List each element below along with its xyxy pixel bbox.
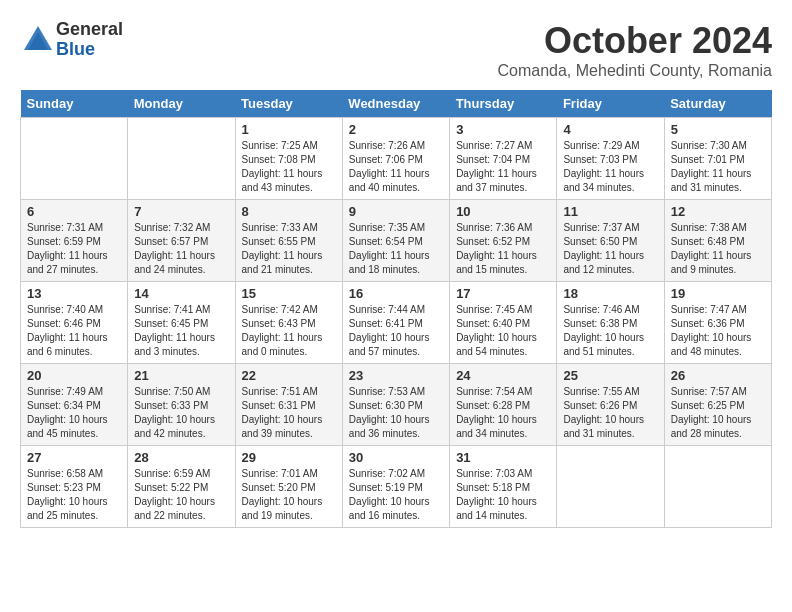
day-number: 19 (671, 286, 765, 301)
day-info: Sunrise: 7:40 AMSunset: 6:46 PMDaylight:… (27, 303, 121, 359)
calendar-day-cell: 26Sunrise: 7:57 AMSunset: 6:25 PMDayligh… (664, 364, 771, 446)
calendar-day-cell: 1Sunrise: 7:25 AMSunset: 7:08 PMDaylight… (235, 118, 342, 200)
day-number: 16 (349, 286, 443, 301)
calendar-day-cell: 25Sunrise: 7:55 AMSunset: 6:26 PMDayligh… (557, 364, 664, 446)
day-info: Sunrise: 7:02 AMSunset: 5:19 PMDaylight:… (349, 467, 443, 523)
day-number: 11 (563, 204, 657, 219)
calendar-header-day: Friday (557, 90, 664, 118)
calendar-day-cell: 15Sunrise: 7:42 AMSunset: 6:43 PMDayligh… (235, 282, 342, 364)
day-info: Sunrise: 7:03 AMSunset: 5:18 PMDaylight:… (456, 467, 550, 523)
calendar-header-day: Saturday (664, 90, 771, 118)
calendar-day-cell: 23Sunrise: 7:53 AMSunset: 6:30 PMDayligh… (342, 364, 449, 446)
calendar-header-day: Sunday (21, 90, 128, 118)
calendar-day-cell: 9Sunrise: 7:35 AMSunset: 6:54 PMDaylight… (342, 200, 449, 282)
calendar-day-cell: 13Sunrise: 7:40 AMSunset: 6:46 PMDayligh… (21, 282, 128, 364)
day-info: Sunrise: 7:35 AMSunset: 6:54 PMDaylight:… (349, 221, 443, 277)
calendar-day-cell: 29Sunrise: 7:01 AMSunset: 5:20 PMDayligh… (235, 446, 342, 528)
day-info: Sunrise: 7:54 AMSunset: 6:28 PMDaylight:… (456, 385, 550, 441)
calendar-day-cell: 30Sunrise: 7:02 AMSunset: 5:19 PMDayligh… (342, 446, 449, 528)
calendar-week-row: 20Sunrise: 7:49 AMSunset: 6:34 PMDayligh… (21, 364, 772, 446)
calendar-day-cell: 16Sunrise: 7:44 AMSunset: 6:41 PMDayligh… (342, 282, 449, 364)
day-number: 10 (456, 204, 550, 219)
day-number: 24 (456, 368, 550, 383)
logo-general-text: General (56, 20, 123, 40)
day-number: 3 (456, 122, 550, 137)
day-number: 7 (134, 204, 228, 219)
calendar-header-day: Monday (128, 90, 235, 118)
calendar-week-row: 27Sunrise: 6:58 AMSunset: 5:23 PMDayligh… (21, 446, 772, 528)
calendar-day-cell: 17Sunrise: 7:45 AMSunset: 6:40 PMDayligh… (450, 282, 557, 364)
calendar-day-cell: 28Sunrise: 6:59 AMSunset: 5:22 PMDayligh… (128, 446, 235, 528)
day-number: 26 (671, 368, 765, 383)
day-info: Sunrise: 7:32 AMSunset: 6:57 PMDaylight:… (134, 221, 228, 277)
calendar-day-cell (128, 118, 235, 200)
day-info: Sunrise: 7:31 AMSunset: 6:59 PMDaylight:… (27, 221, 121, 277)
header: General Blue October 2024 Comanda, Mehed… (20, 20, 772, 80)
day-info: Sunrise: 7:36 AMSunset: 6:52 PMDaylight:… (456, 221, 550, 277)
day-info: Sunrise: 6:58 AMSunset: 5:23 PMDaylight:… (27, 467, 121, 523)
day-number: 23 (349, 368, 443, 383)
day-number: 18 (563, 286, 657, 301)
day-number: 30 (349, 450, 443, 465)
location: Comanda, Mehedinti County, Romania (497, 62, 772, 80)
calendar-day-cell: 4Sunrise: 7:29 AMSunset: 7:03 PMDaylight… (557, 118, 664, 200)
month-title: October 2024 (497, 20, 772, 62)
day-info: Sunrise: 7:49 AMSunset: 6:34 PMDaylight:… (27, 385, 121, 441)
day-number: 15 (242, 286, 336, 301)
calendar-day-cell: 12Sunrise: 7:38 AMSunset: 6:48 PMDayligh… (664, 200, 771, 282)
day-info: Sunrise: 7:47 AMSunset: 6:36 PMDaylight:… (671, 303, 765, 359)
day-info: Sunrise: 7:29 AMSunset: 7:03 PMDaylight:… (563, 139, 657, 195)
calendar-day-cell: 6Sunrise: 7:31 AMSunset: 6:59 PMDaylight… (21, 200, 128, 282)
calendar-day-cell: 11Sunrise: 7:37 AMSunset: 6:50 PMDayligh… (557, 200, 664, 282)
day-number: 1 (242, 122, 336, 137)
day-info: Sunrise: 7:38 AMSunset: 6:48 PMDaylight:… (671, 221, 765, 277)
calendar-day-cell (21, 118, 128, 200)
calendar-day-cell: 22Sunrise: 7:51 AMSunset: 6:31 PMDayligh… (235, 364, 342, 446)
logo-icon (20, 22, 56, 58)
day-number: 12 (671, 204, 765, 219)
day-number: 29 (242, 450, 336, 465)
day-info: Sunrise: 7:27 AMSunset: 7:04 PMDaylight:… (456, 139, 550, 195)
day-info: Sunrise: 7:50 AMSunset: 6:33 PMDaylight:… (134, 385, 228, 441)
day-info: Sunrise: 7:45 AMSunset: 6:40 PMDaylight:… (456, 303, 550, 359)
calendar-day-cell: 10Sunrise: 7:36 AMSunset: 6:52 PMDayligh… (450, 200, 557, 282)
calendar-week-row: 6Sunrise: 7:31 AMSunset: 6:59 PMDaylight… (21, 200, 772, 282)
day-info: Sunrise: 7:44 AMSunset: 6:41 PMDaylight:… (349, 303, 443, 359)
calendar-header-day: Wednesday (342, 90, 449, 118)
logo-blue-text: Blue (56, 40, 123, 60)
day-number: 14 (134, 286, 228, 301)
day-info: Sunrise: 7:41 AMSunset: 6:45 PMDaylight:… (134, 303, 228, 359)
day-info: Sunrise: 7:42 AMSunset: 6:43 PMDaylight:… (242, 303, 336, 359)
calendar-day-cell: 21Sunrise: 7:50 AMSunset: 6:33 PMDayligh… (128, 364, 235, 446)
day-info: Sunrise: 7:30 AMSunset: 7:01 PMDaylight:… (671, 139, 765, 195)
calendar-header-day: Tuesday (235, 90, 342, 118)
day-number: 31 (456, 450, 550, 465)
calendar-day-cell (557, 446, 664, 528)
calendar-day-cell: 27Sunrise: 6:58 AMSunset: 5:23 PMDayligh… (21, 446, 128, 528)
day-info: Sunrise: 7:01 AMSunset: 5:20 PMDaylight:… (242, 467, 336, 523)
calendar-day-cell: 20Sunrise: 7:49 AMSunset: 6:34 PMDayligh… (21, 364, 128, 446)
calendar-header-day: Thursday (450, 90, 557, 118)
calendar-day-cell: 8Sunrise: 7:33 AMSunset: 6:55 PMDaylight… (235, 200, 342, 282)
calendar-day-cell: 5Sunrise: 7:30 AMSunset: 7:01 PMDaylight… (664, 118, 771, 200)
day-number: 21 (134, 368, 228, 383)
day-info: Sunrise: 7:37 AMSunset: 6:50 PMDaylight:… (563, 221, 657, 277)
day-number: 17 (456, 286, 550, 301)
calendar-day-cell: 31Sunrise: 7:03 AMSunset: 5:18 PMDayligh… (450, 446, 557, 528)
day-info: Sunrise: 7:57 AMSunset: 6:25 PMDaylight:… (671, 385, 765, 441)
day-number: 4 (563, 122, 657, 137)
calendar-day-cell: 3Sunrise: 7:27 AMSunset: 7:04 PMDaylight… (450, 118, 557, 200)
calendar-week-row: 13Sunrise: 7:40 AMSunset: 6:46 PMDayligh… (21, 282, 772, 364)
logo: General Blue (20, 20, 123, 60)
day-info: Sunrise: 7:53 AMSunset: 6:30 PMDaylight:… (349, 385, 443, 441)
day-info: Sunrise: 7:33 AMSunset: 6:55 PMDaylight:… (242, 221, 336, 277)
calendar-week-row: 1Sunrise: 7:25 AMSunset: 7:08 PMDaylight… (21, 118, 772, 200)
calendar-header-row: SundayMondayTuesdayWednesdayThursdayFrid… (21, 90, 772, 118)
day-number: 27 (27, 450, 121, 465)
day-number: 5 (671, 122, 765, 137)
day-info: Sunrise: 7:25 AMSunset: 7:08 PMDaylight:… (242, 139, 336, 195)
calendar-day-cell: 14Sunrise: 7:41 AMSunset: 6:45 PMDayligh… (128, 282, 235, 364)
day-number: 9 (349, 204, 443, 219)
calendar-day-cell: 24Sunrise: 7:54 AMSunset: 6:28 PMDayligh… (450, 364, 557, 446)
day-number: 8 (242, 204, 336, 219)
